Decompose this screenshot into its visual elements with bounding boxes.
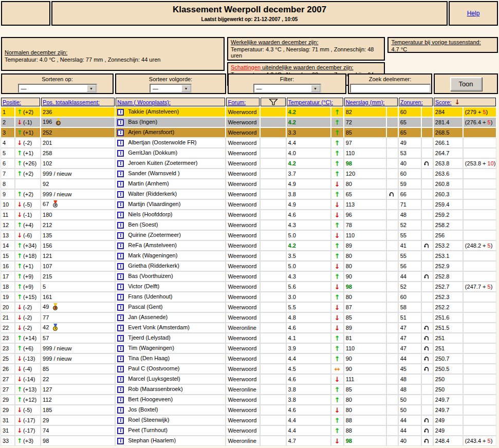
sort-select-value: — — [19, 85, 87, 91]
funnel-spacer-cell — [261, 159, 285, 168]
profile-icon[interactable]: I — [117, 314, 124, 321]
precipitation-revised-cell — [387, 292, 398, 302]
name-cell: IJan (Assenede) — [116, 313, 225, 322]
help-link[interactable]: Help — [467, 10, 480, 17]
estimates-heading: Schattingen uiteindelijke waarden decemb… — [231, 64, 381, 70]
temperature-trend-cell: ↑ — [331, 159, 343, 168]
profile-icon[interactable]: I — [117, 242, 124, 249]
sort-order-select[interactable]: — ▼ — [150, 84, 192, 93]
sun-hours-revised-cell — [422, 344, 433, 353]
profile-icon[interactable]: I — [117, 366, 124, 372]
sort-select[interactable]: — ▼ — [18, 84, 97, 93]
position-up-icon: ↑ — [17, 263, 22, 270]
profile-icon[interactable]: I — [117, 386, 124, 393]
sun-hours-revised-cell — [422, 169, 433, 178]
position-up-icon: ↑ — [17, 252, 22, 259]
revised-value-icon — [389, 192, 395, 198]
position-change-value: (+34) — [23, 242, 36, 249]
profile-icon[interactable]: I — [117, 356, 124, 362]
profile-icon[interactable]: I — [117, 427, 124, 434]
name-cell: IQuirine (Zoetermeer) — [116, 231, 225, 240]
precipitation-revised-cell — [387, 128, 398, 137]
position-change-cell: ↓(-4) — [15, 364, 40, 374]
profile-icon[interactable]: I — [117, 335, 124, 342]
name-cell: ITim (Wageningen) — [116, 344, 225, 353]
profile-icon[interactable]: I — [117, 119, 124, 126]
overall-position-cell: 92 — [41, 179, 115, 189]
filter-funnel-header[interactable] — [261, 98, 285, 106]
table-row: 29↑(+12)112IBert (Hoogeveen)Weerwoord3.8… — [1, 395, 496, 404]
score-bonus-cell — [464, 364, 496, 374]
funnel-spacer-cell — [261, 128, 285, 137]
profile-icon[interactable]: I — [117, 397, 124, 403]
col-header-neerslag[interactable]: Neerslag (mm): — [344, 98, 398, 106]
profile-icon[interactable]: I — [117, 109, 124, 116]
position-cell: 9 — [1, 190, 14, 199]
profile-icon[interactable]: I — [117, 181, 124, 188]
profile-icon[interactable]: I — [117, 345, 124, 352]
show-button[interactable]: Toon — [450, 77, 482, 91]
profile-icon[interactable]: I — [117, 253, 124, 259]
chevron-down-icon[interactable]: ▼ — [181, 85, 191, 92]
funnel-spacer-cell — [261, 375, 285, 384]
col-header-forum[interactable]: Forum: — [226, 98, 260, 106]
precipitation-revised-cell — [387, 364, 398, 374]
profile-icon[interactable]: I — [117, 171, 124, 177]
col-header-score[interactable]: Score:↓ — [434, 98, 496, 106]
score-cell: 250 — [434, 375, 463, 384]
profile-icon[interactable]: I — [117, 201, 124, 208]
col-header-temperatuur[interactable]: Temperatuur (°C): — [287, 98, 343, 106]
col-header-naam[interactable]: Naam ( Woonplaats): — [116, 98, 225, 106]
profile-icon[interactable]: I — [117, 417, 124, 424]
temperature-trend-cell: ↑ — [331, 416, 343, 425]
funnel-spacer-cell — [261, 220, 285, 230]
profile-icon[interactable]: I — [117, 150, 124, 157]
col-header-pos-totaal[interactable]: Pos. totaalklassement: — [41, 98, 115, 106]
profile-icon[interactable]: I — [117, 438, 124, 444]
precipitation-cell: 72 — [344, 118, 386, 127]
profile-icon[interactable]: I — [117, 191, 124, 198]
funnel-spacer-cell — [261, 292, 285, 302]
sun-hours-cell: 48 — [399, 210, 421, 219]
profile-icon[interactable]: I — [117, 222, 124, 229]
profile-icon[interactable]: I — [117, 294, 124, 301]
trend-both-icon: ↔ — [335, 365, 340, 373]
profile-icon[interactable]: I — [117, 212, 124, 218]
filter-select[interactable]: — ▼ — [253, 84, 321, 93]
profile-icon[interactable]: I — [117, 304, 124, 311]
precipitation-cell: 81 — [344, 333, 386, 343]
participant-name: Walter (Ridderkerk) — [128, 191, 177, 197]
profile-icon[interactable]: I — [117, 160, 124, 167]
search-input[interactable] — [350, 84, 431, 93]
profile-icon[interactable]: I — [117, 263, 124, 270]
participant-name: Albertjan (Oosterwolde FR) — [128, 139, 196, 145]
trend-up-icon: ↑ — [335, 345, 340, 352]
profile-icon[interactable]: I — [117, 407, 124, 414]
profile-icon[interactable]: I — [117, 376, 124, 383]
search-box: Zoek deelnemer: — [348, 73, 432, 94]
col-header-zonuren[interactable]: Zonuren: — [399, 98, 433, 106]
profile-icon[interactable]: I — [117, 325, 124, 331]
position-change-cell: ↓(-2) — [15, 303, 40, 312]
profile-icon[interactable]: I — [117, 129, 124, 136]
temperature-cell: 4.4 — [287, 426, 330, 435]
name-cell: ITakkie (Amstelveen) — [116, 107, 225, 117]
profile-icon[interactable]: I — [117, 284, 124, 290]
position-up-icon: ↑ — [17, 396, 22, 403]
position-change-cell — [15, 179, 40, 189]
profile-icon[interactable]: I — [117, 273, 124, 280]
position-change-cell: ↓(-5) — [15, 405, 40, 415]
chevron-down-icon[interactable]: ▼ — [87, 85, 96, 92]
position-change-value: (-17) — [23, 427, 35, 434]
overall-position-cell: 999 / nieuw — [41, 169, 115, 178]
name-cell: IMartijn (Vlaardingen) — [116, 200, 225, 209]
score-bonus-cell: (276.4 + 5) — [464, 118, 496, 127]
profile-icon[interactable]: I — [117, 140, 124, 146]
chevron-down-icon[interactable]: ▼ — [311, 85, 320, 92]
trend-up-icon: ↑ — [335, 170, 340, 178]
col-header-positie[interactable]: Positie: — [1, 98, 40, 106]
table-row: 14↑(+34)156IReFa (Amstelveen)Weerwoord4.… — [1, 241, 496, 250]
forum-cell: Weerwoord — [226, 292, 260, 302]
last-updated-text: Laatst bijgewerkt op: 21-12-2007 , 10:05 — [201, 16, 298, 22]
profile-icon[interactable]: I — [117, 232, 124, 239]
